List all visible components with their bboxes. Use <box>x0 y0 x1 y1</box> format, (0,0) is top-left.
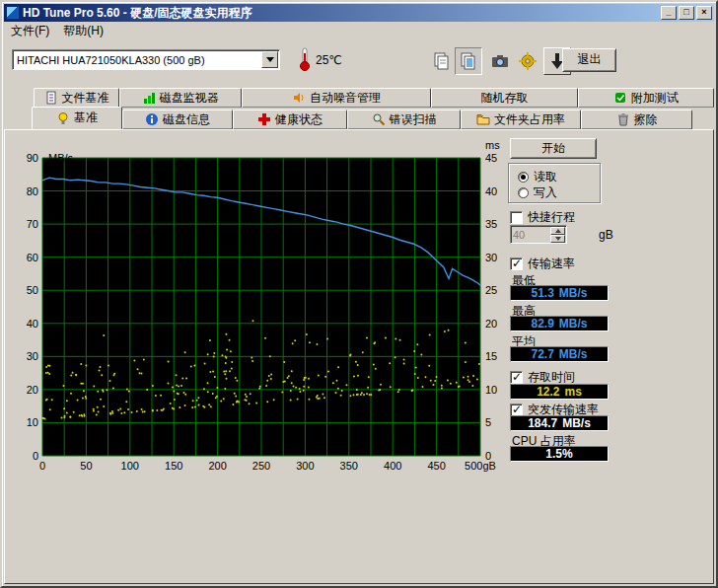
tab-label: 基准 <box>74 110 98 126</box>
minimize-button[interactable]: _ <box>661 6 677 20</box>
tab-label: 随机存取 <box>480 90 528 107</box>
svg-text:ms: ms <box>485 139 500 151</box>
drive-select-value: HITACHI HUA721050KLA330 (500 gB) <box>13 54 261 66</box>
radio-read-dot[interactable] <box>518 172 529 183</box>
tab-disk-info[interactable]: 磁盘信息 <box>122 110 233 129</box>
menu-item-file[interactable]: 文件(F) <box>4 21 56 41</box>
spinner-up-button[interactable] <box>550 227 565 235</box>
menubar: 文件(F) 帮助(H) <box>4 22 714 40</box>
titlebar: HD Tune Pro 5.60 - 硬盘/固态硬盘实用程序 _ □ × <box>4 4 714 22</box>
tab-benchmark[interactable]: 基准 <box>32 107 122 129</box>
min-value: 51.3MB/s <box>510 285 609 301</box>
tab-aam[interactable]: 自动噪音管理 <box>242 88 432 108</box>
copy-text-icon <box>432 51 452 71</box>
access-time-checkbox-box[interactable] <box>510 371 523 384</box>
svg-text:250: 250 <box>252 460 270 472</box>
drive-select-dropdown-button[interactable] <box>261 51 278 68</box>
arrow-down-icon <box>555 237 561 241</box>
app-window: HD Tune Pro 5.60 - 硬盘/固态硬盘实用程序 _ □ × 文件(… <box>0 0 718 588</box>
svg-text:150: 150 <box>165 460 182 472</box>
maximize-button[interactable]: □ <box>679 6 694 20</box>
svg-text:45: 45 <box>485 152 497 164</box>
copy-image-button[interactable] <box>455 47 482 75</box>
gb-unit-label: gB <box>599 228 613 242</box>
tab-label: 健康状态 <box>275 111 323 128</box>
benchmark-chart: 9080706050403020100MB/s45403530252015105… <box>5 130 500 478</box>
tab-error-scan[interactable]: 错误扫描 <box>347 110 461 129</box>
svg-text:50: 50 <box>27 284 38 296</box>
tab-disk-monitor[interactable]: 磁盘监视器 <box>119 88 242 108</box>
tab-erase[interactable]: 擦除 <box>581 110 692 129</box>
tab-label: 磁盘监视器 <box>160 90 219 107</box>
tab-extra-tests[interactable]: 附加测试 <box>578 88 714 108</box>
tab-label: 磁盘信息 <box>163 111 210 128</box>
start-button[interactable]: 开始 <box>510 138 597 159</box>
benchmark-page: 9080706050403020100MB/s45403530252015105… <box>4 129 714 584</box>
options-button[interactable] <box>514 47 541 75</box>
temperature-value: 25℃ <box>316 53 342 67</box>
svg-text:35: 35 <box>485 218 497 230</box>
tab-random-access[interactable]: 随机存取 <box>431 88 577 108</box>
exit-button[interactable]: 退出 <box>562 48 616 72</box>
extra-tests-icon <box>613 91 627 105</box>
svg-text:300: 300 <box>296 460 314 472</box>
tab-label: 附加测试 <box>631 90 679 107</box>
shortstroke-checkbox-box[interactable] <box>510 211 523 224</box>
speaker-icon <box>292 91 306 105</box>
radio-write-label: 写入 <box>534 184 557 201</box>
copy-text-button[interactable] <box>428 47 456 75</box>
health-cross-icon <box>257 112 271 126</box>
svg-text:10: 10 <box>485 384 497 396</box>
spinner-down-button[interactable] <box>550 235 565 243</box>
shortstroke-checkbox[interactable]: 快捷行程 <box>510 209 575 226</box>
svg-text:5: 5 <box>485 416 491 428</box>
transfer-rate-checkbox[interactable]: 传输速率 <box>510 256 575 272</box>
access-time-value: 12.2ms <box>510 384 609 400</box>
tab-folder-usage[interactable]: 文件夹占用率 <box>461 110 581 129</box>
close-button[interactable]: × <box>696 6 712 20</box>
svg-text:0: 0 <box>33 450 38 462</box>
svg-text:500gB: 500gB <box>465 460 496 472</box>
svg-text:80: 80 <box>27 185 38 197</box>
shortstroke-spinner <box>510 225 567 244</box>
cpu-usage-value: 1.5% <box>510 446 609 462</box>
svg-text:40: 40 <box>485 185 497 197</box>
radio-read-label: 读取 <box>534 169 557 185</box>
radio-read[interactable]: 读取 <box>518 169 557 185</box>
file-benchmark-icon <box>44 91 58 105</box>
disk-monitor-icon <box>142 91 156 105</box>
svg-text:30: 30 <box>485 252 497 263</box>
svg-text:MB/s: MB/s <box>48 152 74 164</box>
burst-rate-value: 184.7MB/s <box>510 415 609 431</box>
tab-strip-bottom: 基准 磁盘信息 健康状态 错误扫描 <box>4 108 714 129</box>
radio-write-dot[interactable] <box>518 187 529 198</box>
screenshot-button[interactable] <box>486 47 514 75</box>
tab-file-benchmark[interactable]: 文件基准 <box>34 88 119 108</box>
svg-text:200: 200 <box>208 460 226 472</box>
tab-strip-top: 文件基准 磁盘监视器 自动噪音管理 随机存取 附加测试 <box>4 87 714 108</box>
tab-label: 擦除 <box>634 111 658 128</box>
svg-text:70: 70 <box>27 218 38 230</box>
radio-write[interactable]: 写入 <box>518 184 557 201</box>
shortstroke-input[interactable] <box>513 227 548 242</box>
svg-text:40: 40 <box>27 318 38 330</box>
svg-text:10: 10 <box>27 416 38 428</box>
benchmark-icon <box>56 111 70 125</box>
drive-select[interactable]: HITACHI HUA721050KLA330 (500 gB) <box>12 49 280 70</box>
menu-item-help[interactable]: 帮助(H) <box>56 21 110 41</box>
svg-text:90: 90 <box>27 152 38 164</box>
temperature-icon <box>298 46 312 75</box>
svg-text:60: 60 <box>27 252 38 263</box>
svg-text:450: 450 <box>427 460 445 472</box>
gear-icon <box>518 51 538 71</box>
svg-text:400: 400 <box>384 460 401 472</box>
transfer-rate-checkbox-box[interactable] <box>510 257 523 270</box>
toolbar: HITACHI HUA721050KLA330 (500 gB) 25℃ <box>4 40 714 86</box>
max-value: 82.9MB/s <box>510 316 609 331</box>
arrow-up-icon <box>555 229 561 233</box>
shortstroke-label: 快捷行程 <box>528 209 575 226</box>
avg-value: 72.7MB/s <box>510 346 609 362</box>
tab-health[interactable]: 健康状态 <box>233 110 347 129</box>
tab-label: 错误扫描 <box>390 111 437 128</box>
app-icon <box>6 6 20 20</box>
